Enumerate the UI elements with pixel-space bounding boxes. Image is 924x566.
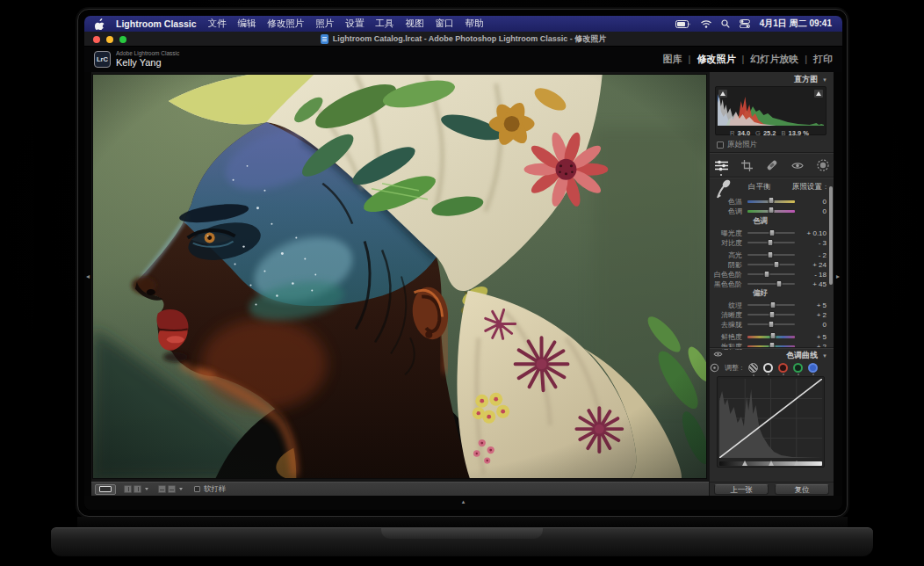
red-eye-tool[interactable] [791,161,804,171]
green-channel-button[interactable] [793,363,803,373]
battery-icon[interactable] [675,20,691,28]
slider-knob[interactable] [769,197,775,204]
control-center-icon[interactable] [740,19,750,28]
slider-value[interactable]: - 2 [800,251,827,259]
zoom-window-button[interactable] [119,36,126,43]
healing-brush-tool[interactable] [766,159,778,171]
checkbox[interactable] [194,486,200,492]
slider-track[interactable] [747,323,795,325]
previous-button[interactable]: 上一张 [714,484,769,495]
show-left-panel-arrow[interactable]: ◂ [84,273,91,280]
slider-value[interactable]: - 3 [800,239,827,247]
original-photo-toggle[interactable]: 原始照片 [717,140,757,150]
curve-split-handle[interactable] [769,461,774,466]
slider-knob[interactable] [774,261,780,268]
slider-value[interactable]: 0 [800,321,827,329]
slider-knob[interactable] [776,280,782,287]
close-window-button[interactable] [93,36,100,43]
targeted-adjustment-icon[interactable] [710,363,719,373]
menu-item[interactable]: 工具 [376,18,394,30]
curve-split-strip[interactable] [719,461,822,466]
slider-track[interactable] [747,264,795,265]
slider-value[interactable]: + 5 [800,333,827,341]
slider-knob[interactable] [769,321,775,328]
slider-value[interactable]: 0 [800,198,827,206]
slider-track[interactable] [747,314,795,316]
basic-adjustments-tool[interactable] [715,160,728,171]
shadow-clipping-icon[interactable] [718,90,727,98]
menu-item[interactable]: 帮助 [466,18,484,30]
slider-knob[interactable] [769,332,776,339]
checkbox[interactable] [717,142,724,149]
slider-knob[interactable] [769,229,775,236]
slider-value[interactable]: 0 [800,207,827,215]
hide-right-panel-arrow[interactable]: ▸ [834,273,842,280]
module-2[interactable]: 修改照片 [697,53,735,66]
menu-item[interactable]: 窗口 [436,18,454,30]
slider-track[interactable] [747,283,795,285]
slider-track[interactable] [747,242,795,243]
slider-knob[interactable] [764,271,770,278]
menu-clock[interactable]: 4月1日 周二 09:41 [760,18,832,30]
menu-item[interactable]: 修改照片 [268,18,305,30]
module-4[interactable]: 打印 [813,53,833,66]
tone-curve-editor[interactable] [717,376,825,468]
slider-track[interactable] [747,273,795,275]
module-1[interactable]: 图库 [663,53,682,66]
loupe-view-button[interactable] [95,484,116,495]
slider-knob[interactable] [768,251,774,258]
menu-app-name[interactable]: Lightroom Classic [116,18,197,29]
masking-tool[interactable] [817,159,829,171]
slider-knob[interactable] [768,239,774,246]
menu-item[interactable]: 设置 [346,18,365,30]
histogram-panel-header[interactable]: 直方图 ▼ [710,74,827,85]
highlight-clipping-icon[interactable] [814,90,823,98]
slider-knob[interactable] [769,301,776,308]
slider-track[interactable] [747,336,795,338]
red-channel-button[interactable] [778,363,788,373]
slider-value[interactable]: - 18 [800,271,827,279]
parametric-channel-button[interactable] [748,363,758,373]
module-3[interactable]: 幻灯片放映 [750,53,798,66]
slider-track[interactable] [747,232,795,234]
show-bottom-panel-arrow[interactable]: ▴ [462,498,466,504]
wifi-icon[interactable] [701,20,711,28]
chevron-down-icon[interactable] [145,488,148,490]
photo-canvas[interactable] [92,74,707,479]
slider-track[interactable] [747,304,795,306]
slider-value[interactable]: + 2 [800,311,827,319]
reset-button[interactable]: 复位 [775,484,829,495]
blue-channel-button[interactable] [808,363,818,373]
chevron-down-icon[interactable] [179,488,183,490]
slider-track[interactable] [747,254,795,256]
before-after-top-bottom-button[interactable] [158,485,166,493]
slider-value[interactable]: + 5 [800,301,827,309]
menu-item[interactable]: 编辑 [238,18,256,30]
histogram[interactable]: R34.0 G25.2 B13.9 % [715,86,827,135]
search-icon[interactable] [721,19,730,28]
slider-knob[interactable] [769,311,775,318]
slider-knob[interactable] [769,207,775,214]
chevron-down-icon[interactable]: ▼ [822,353,827,359]
slider-value[interactable]: + 24 [800,261,827,269]
minimize-window-button[interactable] [106,36,113,43]
crop-tool[interactable] [741,160,753,171]
chevron-down-icon[interactable]: ▼ [822,77,827,83]
slider-value[interactable]: + 45 [800,280,827,288]
slider-track[interactable] [747,210,795,213]
apple-icon[interactable] [95,18,105,30]
menu-item[interactable]: 照片 [316,18,335,30]
slider-track[interactable] [747,200,795,203]
before-after-left-right-button[interactable] [124,485,132,493]
curve-split-handle[interactable] [794,461,799,466]
slider-value[interactable]: + 0.10 [800,229,827,237]
soft-proofing-toggle[interactable]: 软打样 [194,484,227,495]
point-channel-button[interactable] [763,363,773,373]
menu-item[interactable]: 文件 [208,18,227,30]
before-after-left-right-split-button[interactable] [134,485,141,493]
before-after-top-bottom-split-button[interactable] [168,485,176,493]
curve-split-handle[interactable] [742,461,747,466]
white-balance-preset-dropdown[interactable]: 原照设置 ∶ [792,182,827,192]
panel-scrollbar[interactable] [829,186,833,285]
menu-item[interactable]: 视图 [406,18,424,30]
